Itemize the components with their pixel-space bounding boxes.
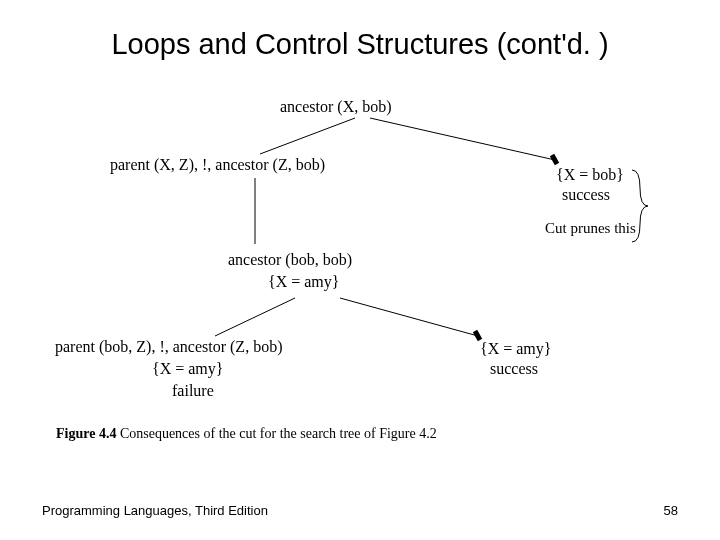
tree-left1: parent (X, Z), !, ancestor (Z, bob) bbox=[110, 156, 325, 174]
svg-line-4 bbox=[215, 298, 295, 336]
tree-edges bbox=[0, 88, 720, 468]
tree-right1-result: success bbox=[562, 186, 610, 204]
tree-left2: parent (bob, Z), !, ancestor (Z, bob) bbox=[55, 338, 282, 356]
tree-root: ancestor (X, bob) bbox=[280, 98, 392, 116]
tree-right2-binding: {X = amy} bbox=[480, 340, 551, 358]
prune-note: Cut prunes this bbox=[545, 220, 636, 237]
slide-title: Loops and Control Structures (cont'd. ) bbox=[0, 28, 720, 61]
figure-caption: Consequences of the cut for the search t… bbox=[120, 426, 437, 441]
svg-line-0 bbox=[260, 118, 355, 154]
footer-book-title: Programming Languages, Third Edition bbox=[42, 503, 268, 518]
svg-line-5 bbox=[340, 298, 478, 336]
search-tree-diagram: ancestor (X, bob) parent (X, Z), !, ance… bbox=[0, 88, 720, 468]
svg-line-2 bbox=[552, 155, 557, 164]
figure-caption-row: Figure 4.4 Consequences of the cut for t… bbox=[56, 426, 437, 442]
figure-label: Figure 4.4 bbox=[56, 426, 116, 441]
tree-left2-result: failure bbox=[172, 382, 214, 400]
tree-right2-result: success bbox=[490, 360, 538, 378]
footer-page-number: 58 bbox=[664, 503, 678, 518]
tree-left2-binding: {X = amy} bbox=[152, 360, 223, 378]
tree-mid-binding: {X = amy} bbox=[268, 273, 339, 291]
tree-right1-binding: {X = bob} bbox=[556, 166, 624, 184]
svg-line-6 bbox=[475, 331, 480, 340]
svg-line-1 bbox=[370, 118, 555, 160]
tree-mid: ancestor (bob, bob) bbox=[228, 251, 352, 269]
